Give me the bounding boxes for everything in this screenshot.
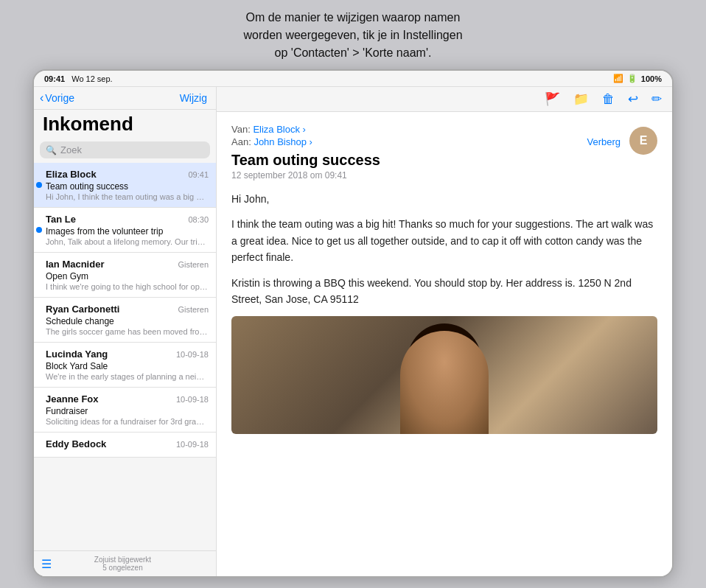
unread-dot (36, 182, 42, 188)
email-preview: We're in the early stages of planning a … (46, 372, 209, 381)
photo-person (400, 331, 489, 434)
email-list-item[interactable]: Jeanne Fox10-09-18FundraiserSoliciting i… (34, 388, 216, 433)
email-item-header: Ryan CarbonettiGisteren (46, 304, 209, 315)
email-preview: I think we're going to the high school f… (46, 282, 209, 291)
ipad-frame: 09:41 Wo 12 sep. 📶 🔋 100% ‹ Vorige Wijzi… (32, 69, 674, 578)
email-preview: The girls soccer game has been moved fro… (46, 327, 209, 336)
mailbox-icon[interactable]: ☰ (41, 557, 52, 571)
email-item-header: Eliza Block09:41 (46, 169, 209, 180)
compose-icon[interactable]: ✏ (651, 91, 662, 107)
trash-icon[interactable]: 🗑 (602, 92, 615, 107)
email-subject: Schedule change (46, 316, 209, 326)
email-sender-name: Eliza Block (46, 169, 97, 180)
detail-toolbar: 🚩 📁 🗑 ↩ ✏ (217, 87, 672, 112)
status-right: 📶 🔋 100% (613, 74, 662, 83)
folder-icon[interactable]: 📁 (573, 91, 589, 107)
chevron-left-icon: ‹ (40, 91, 43, 105)
wifi-icon: 📶 (613, 74, 623, 83)
email-list-item[interactable]: Eliza Block09:41Team outing successHi Jo… (34, 163, 216, 208)
email-from: Van: Eliza Block › (231, 124, 657, 135)
email-subject: Open Gym (46, 271, 209, 281)
sidebar-title: Inkomend (34, 110, 216, 139)
email-preview: Soliciting ideas for a fundraiser for 3r… (46, 417, 209, 426)
email-sender-name: Tan Le (46, 214, 76, 225)
email-to: Aan: John Bishop › (231, 136, 312, 147)
email-sender-name: Jeanne Fox (46, 393, 99, 405)
email-sender-name: Ryan Carbonetti (46, 304, 119, 315)
email-time: 08:30 (188, 215, 209, 224)
email-list-item[interactable]: Lucinda Yang10-09-18Block Yard SaleWe're… (34, 343, 216, 388)
email-item-header: Lucinda Yang10-09-18 (46, 349, 209, 360)
flag-icon[interactable]: 🚩 (545, 91, 560, 107)
footer-update-text: Zojuist bijgewerkt 5 ongelezen (94, 556, 151, 572)
email-body: Hi John, I think the team outing was a b… (231, 191, 657, 307)
status-bar: 09:41 Wo 12 sep. 📶 🔋 100% (34, 71, 672, 87)
email-subject: Block Yard Sale (46, 361, 209, 371)
email-greeting: Hi John, (231, 191, 657, 207)
email-to-row: Aan: John Bishop › Verberg (231, 136, 657, 147)
detail-content: Van: Eliza Block › Aan: John Bishop › (217, 112, 672, 576)
email-time: 09:41 (188, 170, 209, 179)
email-list-item[interactable]: Ryan CarbonettiGisterenSchedule changeTh… (34, 298, 216, 343)
email-item-header: Jeanne Fox10-09-18 (46, 393, 209, 405)
sidebar-header: ‹ Vorige Wijzig (34, 87, 216, 110)
email-para1: I think the team outing was a big hit! T… (231, 216, 657, 265)
avatar: E (629, 127, 657, 155)
email-time: 10-09-18 (176, 440, 209, 449)
email-subject: Images from the volunteer trip (46, 226, 209, 237)
search-icon: 🔍 (46, 145, 57, 155)
email-para2: Kristin is throwing a BBQ this weekend. … (231, 275, 657, 308)
email-date: 12 september 2018 om 09:41 (231, 170, 657, 181)
sidebar: ‹ Vorige Wijzig Inkomend 🔍 Zoek Eliza Bl… (34, 87, 217, 576)
email-time: Gisteren (178, 305, 209, 314)
email-detail: 🚩 📁 🗑 ↩ ✏ E Van: Eliza Block › (217, 87, 672, 576)
search-bar[interactable]: 🔍 Zoek (40, 141, 210, 158)
reply-icon[interactable]: ↩ (628, 91, 638, 107)
email-sender-name: Eddy Bedock (46, 438, 106, 449)
email-item-header: Eddy Bedock10-09-18 (46, 438, 209, 449)
search-input[interactable]: Zoek (60, 144, 82, 155)
status-time-day: 09:41 Wo 12 sep. (44, 74, 113, 83)
from-link[interactable]: Eliza Block › (253, 124, 306, 135)
email-preview: Hi John, I think the team outing was a b… (46, 192, 209, 201)
email-sender-name: Ian Macnider (46, 259, 104, 270)
main-area: ‹ Vorige Wijzig Inkomend 🔍 Zoek Eliza Bl… (34, 87, 672, 576)
email-time: 10-09-18 (176, 350, 209, 359)
email-item-header: Tan Le08:30 (46, 214, 209, 225)
email-list-item[interactable]: Eddy Bedock10-09-18 (34, 433, 216, 458)
email-subject: Team outing success (231, 152, 657, 169)
unread-dot (36, 227, 42, 233)
email-list-item[interactable]: Tan Le08:30Images from the volunteer tri… (34, 208, 216, 253)
email-list: Eliza Block09:41Team outing successHi Jo… (34, 163, 216, 550)
email-time: 10-09-18 (176, 395, 209, 404)
annotation-text: Om de manier te wijzigen waarop namen wo… (243, 9, 462, 62)
hide-button[interactable]: Verberg (587, 136, 621, 147)
back-button[interactable]: ‹ Vorige (40, 91, 74, 105)
edit-button[interactable]: Wijzig (180, 92, 207, 104)
to-link[interactable]: John Bishop › (254, 136, 312, 147)
email-sender-name: Lucinda Yang (46, 349, 108, 360)
email-photo (231, 316, 657, 434)
sidebar-footer: ☰ Zojuist bijgewerkt 5 ongelezen (34, 550, 216, 576)
email-preview: John, Talk about a lifelong memory. Our … (46, 237, 209, 246)
email-time: Gisteren (178, 260, 209, 269)
email-list-item[interactable]: Ian MacniderGisterenOpen GymI think we'r… (34, 253, 216, 298)
email-subject: Team outing success (46, 181, 209, 192)
battery-icon: 🔋 (627, 74, 637, 83)
email-item-header: Ian MacniderGisteren (46, 259, 209, 270)
email-subject: Fundraiser (46, 406, 209, 416)
